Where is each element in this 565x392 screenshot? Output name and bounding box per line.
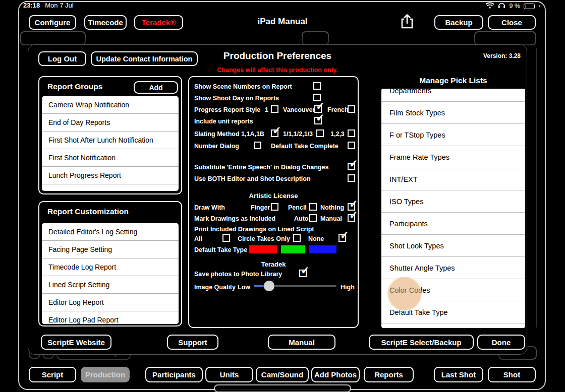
- save-photos-label: Save photos to Photo Library: [194, 271, 282, 278]
- draw-with-label: Draw With: [194, 204, 225, 211]
- pick-lists-title: Manage Pick Lists: [381, 76, 525, 85]
- nothing-label: Nothing: [320, 204, 344, 211]
- production-preferences-dialog: Log Out Update Contact Information Produ…: [28, 44, 527, 355]
- tab-production[interactable]: Production: [81, 367, 130, 382]
- list-item[interactable]: Editor Log Pad Report: [42, 311, 179, 324]
- slating-opt-c-label: 1,2,3: [330, 130, 345, 138]
- pick-list-item[interactable]: Film Stock Types: [381, 102, 525, 124]
- pick-list-item[interactable]: Frame Rate Types: [381, 146, 525, 168]
- list-item[interactable]: Lunch Progress Report: [42, 167, 179, 184]
- battery-tip: [539, 5, 540, 7]
- circle-takes-label: Circle Takes Only: [238, 235, 290, 242]
- support-button[interactable]: Support: [167, 335, 218, 350]
- checkbox-auto[interactable]: [309, 214, 317, 222]
- list-item[interactable]: First Shot After Lunch Notification: [42, 132, 179, 149]
- pick-list-item[interactable]: Shutter Angle Types: [381, 257, 525, 279]
- pick-list-item[interactable]: Shot Look Types: [381, 235, 525, 257]
- checkbox-none[interactable]: [338, 234, 346, 242]
- checkbox-include-unit[interactable]: [314, 117, 322, 124]
- status-bar: 23:18Mon 7 Jul 9 %: [0, 2, 565, 11]
- list-item[interactable]: End of Day Reports: [42, 114, 179, 132]
- high-label: High: [341, 284, 355, 291]
- pick-list-item[interactable]: F or TStop Types: [381, 124, 525, 146]
- image-quality-label: Image Quality: [194, 284, 236, 291]
- tab-reports[interactable]: Reports: [364, 367, 414, 382]
- list-item[interactable]: Timecode Log Report: [42, 258, 179, 276]
- show-scene-label: Show Scene Numbers on Report: [194, 83, 292, 90]
- default-take-complete-label: Default Take Complete: [271, 143, 338, 150]
- version-label: Version: 3.28: [483, 52, 521, 59]
- battery-fill: [525, 5, 526, 8]
- take-type-swatch-red[interactable]: [249, 245, 277, 253]
- list-item[interactable]: Detailed Editor's Log Setting: [42, 223, 179, 241]
- image-quality-slider[interactable]: [254, 281, 336, 292]
- pick-list-item[interactable]: INT/EXT: [381, 168, 525, 190]
- date: Mon 7 Jul: [45, 2, 73, 9]
- checkbox-slating-b[interactable]: [316, 129, 324, 137]
- add-report-group-button[interactable]: Add: [134, 81, 178, 94]
- substitute-label: Substitute 'Entire Speech' in Dialog Cha…: [194, 164, 328, 171]
- list-item[interactable]: First Shot Notification: [42, 149, 179, 167]
- show-shoot-day-label: Show Shoot Day on Reports: [194, 95, 279, 102]
- touch-indicator: [387, 277, 422, 311]
- shot-button[interactable]: Shot: [488, 367, 536, 382]
- list-item[interactable]: Facing Page Setting: [42, 241, 179, 258]
- report-groups-title: Report Groups: [47, 82, 102, 91]
- pick-list-item[interactable]: ISO Types: [381, 190, 525, 213]
- backup-button[interactable]: Backup: [434, 15, 483, 30]
- checkbox-pencil[interactable]: [309, 203, 317, 211]
- checkbox-show-scene[interactable]: [313, 82, 321, 90]
- auto-label: Auto: [294, 215, 308, 222]
- mark-drawings-label: Mark Drawings as Included: [194, 215, 275, 222]
- checkbox-slating-c[interactable]: [348, 129, 355, 137]
- checkbox-default-take-complete[interactable]: [348, 142, 355, 149]
- checkbox-manual[interactable]: [348, 214, 355, 222]
- done-button[interactable]: Done: [477, 335, 525, 350]
- progress-opt-1-label: 1: [265, 106, 268, 113]
- tab-participants[interactable]: Participants: [145, 367, 203, 382]
- manual-button[interactable]: Manual: [268, 335, 335, 350]
- tab-script[interactable]: Script: [29, 367, 76, 382]
- checkbox-circle-takes[interactable]: [293, 234, 301, 242]
- checkbox-progress-french[interactable]: [348, 105, 355, 113]
- tab-cam-sound[interactable]: Cam/Sound: [256, 367, 309, 382]
- tab-add-photos[interactable]: Add Photos: [311, 367, 360, 382]
- checkbox-number-dialog[interactable]: [254, 142, 261, 149]
- list-item[interactable]: Lined Script Setting: [42, 276, 179, 294]
- status-right: 9 %: [485, 2, 540, 10]
- teradek-header: Teradek: [189, 260, 358, 268]
- share-icon[interactable]: [400, 13, 414, 31]
- take-type-swatch-green[interactable]: [281, 245, 305, 253]
- headphones-icon: [498, 2, 505, 10]
- last-shot-button[interactable]: Last Shot: [434, 367, 483, 382]
- warning-text: Changes will affect this production only…: [28, 67, 527, 74]
- checkbox-progress-1[interactable]: [271, 105, 278, 113]
- checkbox-all[interactable]: [222, 234, 230, 242]
- checkbox-substitute[interactable]: [348, 163, 355, 170]
- manual-label: Manual: [320, 215, 342, 222]
- pick-list-item[interactable]: Departments: [381, 89, 525, 102]
- list-item[interactable]: Editor Log Report: [42, 294, 179, 311]
- background-button-fragment: [20, 31, 86, 45]
- scripte-website-button[interactable]: ScriptE Website: [41, 335, 111, 350]
- background-button-fragment: [302, 31, 329, 45]
- take-type-swatch-blue[interactable]: [309, 245, 336, 253]
- pencil-label: Pencil: [288, 204, 307, 211]
- checkbox-save-photos[interactable]: [299, 270, 307, 277]
- battery-percent: 9 %: [509, 3, 520, 10]
- report-customization-panel: Report Customization Detailed Editor's L…: [38, 201, 182, 326]
- progress-opt-vancouver-label: Vancouver: [283, 106, 315, 113]
- pick-list-item[interactable]: Participants: [381, 213, 525, 235]
- report-groups-panel: Report Groups Add Camera Wrap Notificati…: [38, 76, 182, 194]
- checkbox-use-both[interactable]: [348, 174, 355, 182]
- checkbox-slating-a[interactable]: [271, 129, 278, 137]
- scripte-select-backup-button[interactable]: ScriptE Select/Backup: [369, 335, 474, 350]
- slider-thumb[interactable]: [264, 281, 274, 291]
- tab-units[interactable]: Units: [205, 367, 253, 382]
- low-label: Low: [238, 284, 250, 291]
- close-button[interactable]: Close: [488, 15, 536, 30]
- wifi-icon: [485, 2, 494, 10]
- finger-label: Finger: [251, 204, 270, 211]
- list-item[interactable]: Camera Wrap Notification: [42, 96, 179, 114]
- checkbox-finger[interactable]: [271, 203, 278, 211]
